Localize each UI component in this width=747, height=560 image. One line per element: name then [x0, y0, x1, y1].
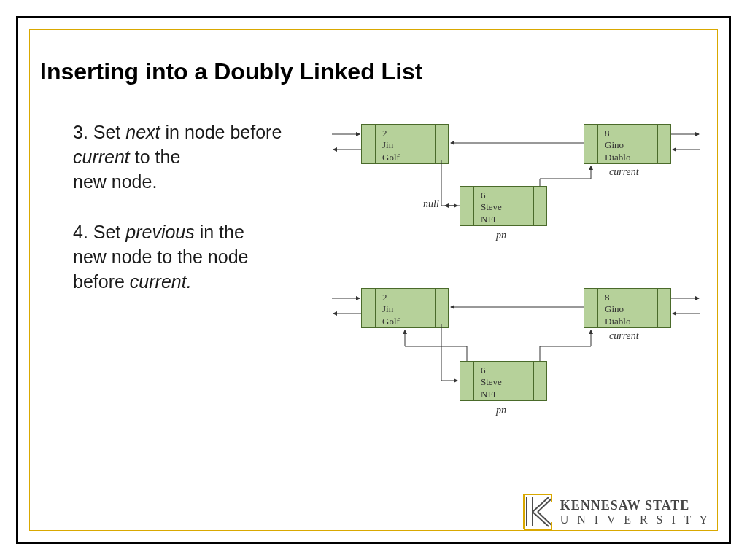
- s3-i2: current: [73, 147, 130, 167]
- step-3: 3. Set next in node before current to th…: [73, 120, 306, 194]
- s3-t3: to the: [130, 147, 181, 167]
- diagram-step-3: 2 Jin Golf 8 Gino Diablo 6 Steve NFL nul…: [314, 117, 708, 255]
- diagram-step-4: 2 Jin Golf 8 Gino Diablo 6 Steve NFL pn …: [314, 281, 708, 434]
- arrows-step-3: [314, 117, 708, 255]
- arrows-step-4: [314, 281, 708, 434]
- logo-line1: KENNESAW STATE: [560, 498, 711, 513]
- s4-t4: before: [73, 271, 130, 292]
- logo-text: KENNESAW STATE U N I V E R S I T Y: [560, 498, 711, 526]
- s3-t4: new node.: [73, 171, 157, 192]
- s3-t1: 3. Set: [73, 122, 125, 142]
- s4-t2: in the: [195, 222, 244, 242]
- s4-i1: previous: [125, 222, 195, 242]
- step-4: 4. Set previous in the new node to the n…: [73, 220, 306, 294]
- logo-line2: U N I V E R S I T Y: [560, 513, 711, 526]
- instruction-text: 3. Set next in node before current to th…: [73, 120, 306, 295]
- s4-t1: 4. Set: [73, 222, 125, 242]
- logo-k-icon: [518, 493, 554, 531]
- page-title: Inserting into a Doubly Linked List: [40, 58, 422, 85]
- s3-t2: in node before: [160, 122, 282, 142]
- university-logo: KENNESAW STATE U N I V E R S I T Y: [518, 493, 711, 531]
- s4-t3: new node to the node: [73, 246, 248, 267]
- s3-i1: next: [125, 122, 160, 142]
- s4-i2: current.: [130, 271, 192, 292]
